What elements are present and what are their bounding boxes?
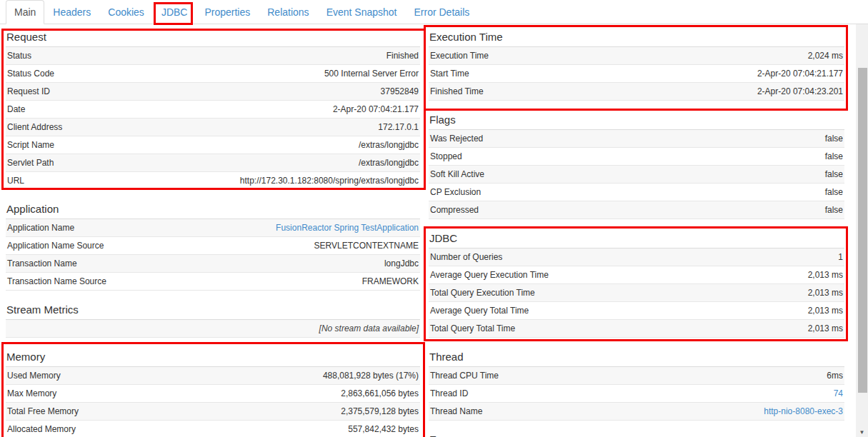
- row-value: false: [825, 151, 843, 161]
- table-row: Average Query Total Time2,013 ms: [429, 302, 844, 320]
- table-row: Allocated Memory557,842,432 bytes: [6, 421, 420, 437]
- content: RequestStatusFinishedStatus Code500 Inte…: [0, 24, 868, 437]
- row-value: /extras/longjdbc: [359, 140, 419, 150]
- table-row: Application Name SourceSERVLETCONTEXTNAM…: [6, 237, 420, 255]
- row-label: Total Query Execution Time: [430, 288, 535, 298]
- row-value: 172.17.0.1: [378, 122, 419, 132]
- row-value-link[interactable]: http-nio-8080-exec-3: [764, 406, 843, 416]
- table-row: CP Exclusionfalse: [429, 184, 844, 201]
- row-label: Number of Queries: [430, 252, 502, 262]
- row-value: false: [825, 205, 843, 215]
- table-row: Used Memory488,081,928 bytes (17%): [6, 367, 420, 385]
- row-value: 488,081,928 bytes (17%): [323, 371, 419, 381]
- row-value: false: [825, 187, 843, 197]
- row-label: Status Code: [7, 69, 54, 79]
- row-value: 2,013 ms: [808, 323, 843, 333]
- section-title: Thread: [429, 344, 844, 367]
- row-label: Compressed: [430, 205, 479, 215]
- tab-bar: MainHeadersCookiesJDBCPropertiesRelation…: [0, 0, 868, 24]
- row-label: Was Rejected: [430, 134, 483, 144]
- row-label: Request ID: [7, 86, 50, 96]
- row-label: Start Time: [430, 69, 469, 79]
- row-value: 500 Internal Server Error: [324, 69, 419, 79]
- table-row: Transaction NamelongJdbc: [6, 255, 420, 273]
- row-value: longJdbc: [384, 258, 419, 268]
- table-row: Compressedfalse: [429, 201, 844, 219]
- row-value: 6ms: [827, 371, 843, 381]
- row-value: [No stream data available]: [319, 323, 419, 333]
- table-row: Was Rejectedfalse: [429, 130, 844, 148]
- table-row: Number of Queries1: [429, 248, 844, 266]
- row-label: Soft Kill Active: [430, 169, 484, 179]
- table-row: URLhttp://172.30.1.182:8080/spring/extra…: [6, 172, 420, 190]
- row-label: Transaction Name: [7, 258, 77, 268]
- row-value: false: [825, 134, 843, 144]
- row-value: 2,013 ms: [808, 270, 843, 280]
- table-row: Date2-Apr-20 07:04:21.177: [6, 101, 420, 119]
- section-error: Error: [429, 427, 844, 437]
- row-value-link[interactable]: 74: [834, 388, 843, 398]
- row-value: 37952849: [381, 86, 419, 96]
- table-row: Request ID37952849: [6, 83, 420, 101]
- table-row: [No stream data available]: [6, 320, 420, 338]
- section-request: RequestStatusFinishedStatus Code500 Inte…: [6, 24, 420, 190]
- section-memory: MemoryUsed Memory488,081,928 bytes (17%)…: [6, 344, 420, 437]
- row-value: 2,013 ms: [808, 288, 843, 298]
- section-title: Execution Time: [429, 24, 844, 47]
- table-row: Thread CPU Time6ms: [429, 367, 844, 385]
- section-title: Memory: [6, 344, 420, 367]
- table-row: Total Query Total Time2,013 ms: [429, 320, 844, 338]
- row-value: 2,863,661,056 bytes: [341, 388, 419, 398]
- row-value: 2,013 ms: [808, 306, 843, 316]
- row-label: Thread Name: [430, 406, 482, 416]
- row-value: /extras/longjdbc: [359, 158, 419, 168]
- vertical-scrollbar[interactable]: ▼: [856, 24, 868, 437]
- table-row: Total Free Memory2,375,579,128 bytes: [6, 403, 420, 421]
- row-value: 2-Apr-20 07:04:21.177: [333, 104, 419, 114]
- tab-relations[interactable]: Relations: [259, 0, 317, 24]
- row-value: 2,024 ms: [808, 51, 843, 61]
- row-value: 2-Apr-20 07:04:23.201: [757, 86, 843, 96]
- section-title: JDBC: [429, 226, 844, 248]
- section-flags: FlagsWas RejectedfalseStoppedfalseSoft K…: [429, 107, 844, 219]
- tab-cookies[interactable]: Cookies: [99, 0, 153, 24]
- section-title: Flags: [429, 107, 844, 130]
- row-label: CP Exclusion: [430, 187, 481, 197]
- row-value: Finished: [386, 51, 419, 61]
- row-value: SERVLETCONTEXTNAME: [314, 241, 419, 251]
- scrollbar-thumb[interactable]: [858, 68, 867, 393]
- tab-jdbc[interactable]: JDBC: [153, 0, 196, 24]
- row-label: Execution Time: [430, 51, 489, 61]
- row-label: Used Memory: [7, 371, 61, 381]
- row-label: Stopped: [430, 151, 462, 161]
- row-label: Average Query Total Time: [430, 306, 529, 316]
- table-row: Finished Time2-Apr-20 07:04:23.201: [429, 83, 844, 101]
- right-column: Execution TimeExecution Time2,024 msStar…: [429, 24, 844, 437]
- tab-event-snapshot[interactable]: Event Snapshot: [318, 0, 406, 24]
- table-row: Servlet Path/extras/longjdbc: [6, 154, 420, 172]
- row-value: http://172.30.1.182:8080/spring/extras/l…: [240, 176, 419, 186]
- table-row: Total Query Execution Time2,013 ms: [429, 284, 844, 302]
- section-title: Error: [429, 427, 844, 437]
- tab-headers[interactable]: Headers: [44, 0, 99, 24]
- section-application: ApplicationApplication NameFusionReactor…: [6, 196, 420, 291]
- tab-properties[interactable]: Properties: [196, 0, 259, 24]
- row-label: Date: [7, 104, 25, 114]
- tab-error-details[interactable]: Error Details: [405, 0, 478, 24]
- row-label: Servlet Path: [7, 158, 54, 168]
- table-row: Client Address172.17.0.1: [6, 119, 420, 136]
- row-label: URL: [7, 176, 24, 186]
- table-row: Stoppedfalse: [429, 148, 844, 166]
- section-jdbc: JDBCNumber of Queries1Average Query Exec…: [429, 226, 844, 338]
- row-label: Max Memory: [7, 388, 56, 398]
- row-value-link[interactable]: FusionReactor Spring TestApplication: [276, 223, 419, 233]
- row-label: Application Name Source: [7, 241, 104, 251]
- tab-main[interactable]: Main: [6, 0, 44, 24]
- row-value: 2,375,579,128 bytes: [341, 406, 419, 416]
- row-label: Allocated Memory: [7, 424, 76, 434]
- row-label: Status: [7, 51, 31, 61]
- row-value: 1: [838, 252, 843, 262]
- row-label: Average Query Execution Time: [430, 270, 549, 280]
- section-execution-time: Execution TimeExecution Time2,024 msStar…: [429, 24, 844, 101]
- scrollbar-down-arrow-icon[interactable]: ▼: [856, 429, 868, 436]
